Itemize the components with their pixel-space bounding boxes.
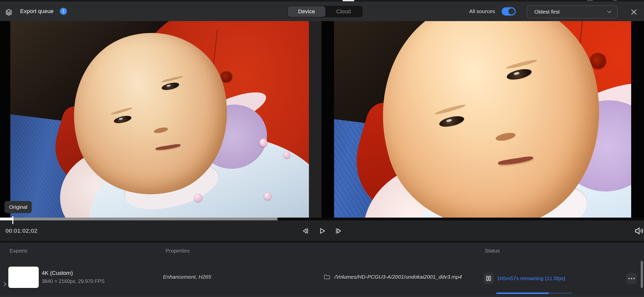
playhead[interactable] <box>12 216 13 224</box>
export-properties: Enhancement, H265 <box>163 274 211 280</box>
play-icon <box>317 226 327 236</box>
column-header-status: Status <box>485 248 500 254</box>
table-scrollbar-thumb[interactable] <box>641 261 643 288</box>
timeline-scrubber[interactable] <box>0 216 644 224</box>
next-frame-icon <box>334 226 343 236</box>
next-frame-button[interactable] <box>333 225 344 236</box>
original-video-preview <box>10 21 309 220</box>
page-title: Export queue <box>20 8 54 15</box>
enhanced-video-frame <box>334 21 631 220</box>
table-row[interactable]: 4K (Custom) 3840 × 2160px, 29.970 FPS En… <box>0 259 644 295</box>
scrubber-played-range <box>0 218 13 220</box>
enhanced-video-preview <box>334 21 631 220</box>
export-status-text: 1h5m57s remaining (11.5fps) <box>497 275 566 281</box>
ellipsis-icon <box>628 278 635 279</box>
tab-cloud[interactable]: Cloud <box>325 7 362 17</box>
chevron-down-icon <box>606 9 613 15</box>
folder-icon <box>324 273 331 280</box>
chevron-right-icon[interactable] <box>2 281 8 287</box>
sort-order-dropdown[interactable]: Oldest first <box>527 5 618 18</box>
close-icon <box>630 9 637 16</box>
export-title: 4K (Custom) <box>42 270 73 276</box>
scrubber-buffered-range <box>0 218 277 220</box>
sort-order-value: Oldest first <box>534 9 606 15</box>
device-cloud-segmented-control: Device Cloud <box>287 6 363 17</box>
pause-icon <box>485 275 492 282</box>
toggle-knob <box>508 8 515 15</box>
timecode: 00:01:02;02 <box>6 228 37 234</box>
background-window-sliver <box>343 0 354 1</box>
export-thumbnail <box>8 267 39 288</box>
more-options-button[interactable] <box>626 273 637 284</box>
all-sources-toggle[interactable] <box>502 7 516 16</box>
original-label-badge: Original <box>5 201 32 213</box>
video-compare-stage: Original <box>0 21 644 220</box>
previous-frame-button[interactable] <box>300 225 311 236</box>
next-row-edge <box>0 295 644 297</box>
pause-export-button[interactable] <box>483 273 494 284</box>
export-queue-header: Export queue 1 Device Cloud All sources … <box>0 2 644 21</box>
table-header-row: Exports Properties Status <box>0 242 644 259</box>
speaker-icon <box>634 226 644 236</box>
column-header-exports: Exports <box>10 248 27 254</box>
background-window-sliver <box>587 0 593 1</box>
all-sources-label: All sources <box>469 8 495 14</box>
column-header-properties: Properties <box>166 248 190 254</box>
volume-button[interactable] <box>633 225 644 236</box>
original-video-frame <box>10 21 309 220</box>
export-resolution-fps: 3840 × 2160px, 29.970 FPS <box>42 278 105 284</box>
queue-count-badge: 1 <box>60 8 67 15</box>
export-progress-fill <box>496 292 549 294</box>
previous-frame-icon <box>301 226 310 236</box>
source-file-path: /Volumes/HD-PCGU3-A/2001/undokai2001_ddv… <box>335 274 462 280</box>
pane-divider <box>309 21 321 220</box>
close-button[interactable] <box>628 7 639 17</box>
layers-icon <box>5 9 13 16</box>
tab-device[interactable]: Device <box>288 7 325 17</box>
export-queue-table: Exports Properties Status 4K (Custom) 38… <box>0 242 644 297</box>
export-progress-bar <box>496 292 572 294</box>
play-button[interactable] <box>316 225 328 236</box>
background-window-sliver <box>613 0 617 1</box>
